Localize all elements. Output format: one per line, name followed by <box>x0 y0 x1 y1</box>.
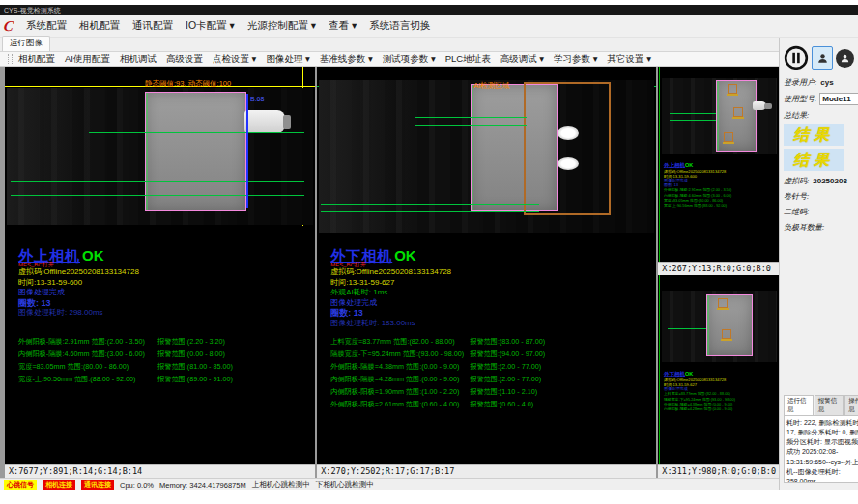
upper-camera-heartbeat-label: 上相机心跳检测中 <box>252 480 310 490</box>
pause-button[interactable] <box>784 45 809 70</box>
alarm-range: 报警范围:(2.20 - 3.20) <box>157 337 225 347</box>
tool-ai-config[interactable]: AI使用配置 <box>65 53 110 66</box>
menu-view[interactable]: 查看 ▾ <box>329 19 357 33</box>
log-tab-operation-info[interactable]: 操作信息 <box>844 395 858 415</box>
winding-pin-row: 卷针号: <box>784 191 858 202</box>
window-title: CYS-视觉检测系统 <box>4 7 61 14</box>
tool-image-processing[interactable]: 图像处理 ▾ <box>266 53 309 66</box>
menu-light-config[interactable]: 光源控制配置 ▾ <box>247 19 316 33</box>
control-panel: 登录用户: cys 使用型号: Mode11 总结果: 结果 结果 虚拟码: 2… <box>779 38 858 490</box>
app-logo-icon: C <box>3 19 14 34</box>
alarm-range: 报警范围:(89.00 - 91.00) <box>157 375 233 384</box>
log-text: 耗时: 222, 删除检测耗时: 17, 删除分系耗时: 0, 删除视频分区耗时… <box>786 419 858 483</box>
threshold-overlay-label: 静态阈值:93, 动态阈值:100 <box>145 79 231 89</box>
virtual-code-label: 虚拟码: <box>784 176 809 186</box>
pixel-coords-readout-thumb-bottom: X:311;Y:980;R:0;G:0;B:0 <box>658 464 779 478</box>
neg-tab-count-label: 负极耳数量: <box>784 222 824 233</box>
alarm-range: 报警范围:(83.00 - 87.00) <box>470 337 545 347</box>
tool-camera-debug[interactable]: 相机调试 <box>120 53 157 66</box>
menu-io-config[interactable]: IO卡配置 ▾ <box>186 19 235 33</box>
camera-image-middle: AI检测区域 <box>319 80 654 233</box>
baseline-green-4 <box>321 211 539 212</box>
baseline-green-3 <box>321 204 539 205</box>
thumb-result-text: 外上相机OK 虚拟码:Offline20250208133134728 时间:1… <box>664 161 779 208</box>
result-block-middle: 外下相机OK MES_BC打开 虚拟码:Offline2025020813313… <box>330 248 654 328</box>
lower-camera-heartbeat-label: 下相机心跳检测中 <box>316 480 374 490</box>
camera-connection-badge: 相机连接 <box>43 480 75 490</box>
current-user-button[interactable] <box>812 46 833 70</box>
tab-connector <box>753 101 766 110</box>
camera-view-upper-outer[interactable]: B:68 静态阈值:93, 动态阈值:100 外上相机OK MES_BC打开 虚… <box>5 67 315 464</box>
result-ok-badge: OK <box>685 371 693 377</box>
log-output-box[interactable]: 耗时: 222, 删除检测耗时: 17, 删除分系耗时: 0, 删除视频分区耗时… <box>784 415 858 483</box>
measurement-row: 外侧阳极-隔膜:2.91mm 范围:(2.00 - 3.50)报警范围:(2.2… <box>18 337 313 350</box>
baseline-green <box>670 120 716 121</box>
tool-baseline-params[interactable]: 基准线参数 ▾ <box>320 53 373 66</box>
memory-usage-label: Memory: 3424.41796875M <box>159 481 246 490</box>
log-tab-alarm-info[interactable]: 报警信息 <box>815 395 844 415</box>
result-indicator-lower: 结果 <box>784 149 844 171</box>
tool-spot-check[interactable]: 点检设置 ▾ <box>213 53 256 66</box>
camera-view-lower-outer[interactable]: AI检测区域 外下相机OK MES_BC打开 虚拟码:Offline202502… <box>317 67 656 464</box>
thumb-result-text: 外下相机OK 虚拟码:Offline20250208133134728 时间:1… <box>664 370 779 411</box>
user-icon <box>816 52 829 65</box>
measure-line-blue <box>246 94 248 208</box>
measurement-value: 外侧阴极-阳极=2.61mm 范围:(0.60 - 4.00) <box>330 400 459 409</box>
baseline-green <box>668 322 706 322</box>
ai-box <box>724 132 733 142</box>
winding-pin-label: 卷针号: <box>784 191 809 202</box>
camera-panel-upper-outer: B:68 静态阈值:93, 动态阈值:100 外上相机OK MES_BC打开 虚… <box>5 67 315 478</box>
login-user-label: 登录用户: <box>784 77 816 88</box>
measurement-value: 内侧阴极-阳极=1.90mm 范围:(1.00 - 2.20) <box>330 387 459 397</box>
alarm-range: 报警范围:(2.00 - 77.00) <box>470 362 541 372</box>
alarm-range: 报警范围:(1.10 - 2.10) <box>470 387 537 397</box>
menu-camera-config[interactable]: 相机配置 <box>79 19 120 33</box>
measurement-value: 隔膜宽度-下=95.24mm 范围:(93.00 - 98.00) <box>330 350 464 359</box>
tool-advanced-settings[interactable]: 高级设置 <box>166 53 203 66</box>
alarm-range: 报警范围:(0.60 - 4.0) <box>470 400 533 409</box>
left-column: 运行图像 相机配置 AI使用配置 相机调试 高级设置 点检设置 ▾ 图像处理 ▾… <box>0 38 779 490</box>
log-tabs: 运行信息 报警信息 操作信息 <box>784 395 858 415</box>
virtual-code-line: 虚拟码:Offline20250208133134728 <box>330 267 654 278</box>
log-tab-run-info[interactable]: 运行信息 <box>784 395 814 415</box>
time-line: 时间:13-31-59-627 <box>330 278 654 289</box>
virtual-code-row: 虚拟码: 20250208 <box>784 176 858 186</box>
menu-comm-config[interactable]: 通讯配置 <box>132 19 173 33</box>
cell-slab-roi <box>706 294 753 356</box>
tool-other-settings[interactable]: 其它设置 ▾ <box>608 53 651 66</box>
result-ok-badge: OK <box>82 247 104 264</box>
measurement-row: 宽度=83.05mm 范围:(80.00 - 86.00)报警范围:(81.00… <box>18 362 313 375</box>
measurement-row: 隔膜宽度-下=95.24mm 范围:(93.00 - 98.00)报警范围:(9… <box>330 350 654 362</box>
tool-test-params[interactable]: 测试项参数 ▾ <box>383 53 436 66</box>
pause-icon <box>784 45 809 70</box>
blue-marker-label: B:68 <box>250 96 264 102</box>
heartbeat-status-badge: 心跳信号 <box>4 480 37 490</box>
tab-row: 运行图像 <box>0 38 779 52</box>
time-line: 时间:13-31-59-600 <box>18 278 313 289</box>
thumbnail-lower-camera[interactable]: 外下相机OK 虚拟码:Offline20250208133134728 时间:1… <box>658 275 779 464</box>
process-done-line: 图像处理完成 <box>330 298 654 309</box>
qr-code-label: 二维码: <box>784 207 809 217</box>
thumbnail-upper-camera[interactable]: 外上相机OK 虚拟码:Offline20250208133134728 时间:1… <box>658 67 779 262</box>
measurement-row: 宽度-上:90.56mm 范围:(88.00 - 92.00)报警范围:(89.… <box>18 375 313 387</box>
tool-advanced-debug[interactable]: 高级调试 ▾ <box>500 53 544 66</box>
baseline-green-2 <box>11 181 304 182</box>
user-icon <box>840 53 850 64</box>
ai-box <box>722 329 731 339</box>
work-area: 运行图像 相机配置 AI使用配置 相机调试 高级设置 点检设置 ▾ 图像处理 ▾… <box>0 38 858 490</box>
tool-plc-address[interactable]: PLC地址表 <box>445 53 491 66</box>
tab-run-image[interactable]: 运行图像 <box>2 36 50 51</box>
switch-user-button[interactable] <box>836 49 854 68</box>
tool-camera-config[interactable]: 相机配置 <box>18 53 55 66</box>
model-value-field[interactable]: Mode11 <box>819 93 858 105</box>
total-result-row: 总结果: <box>784 110 858 121</box>
measurement-list-middle: 上料宽度=83.77mm 范围:(82.00 - 88.00)报警范围:(83.… <box>330 337 654 412</box>
turn-count-line: 圈数: 13 <box>330 308 654 319</box>
result-ok-badge: OK <box>394 247 416 264</box>
camera-panel-lower-outer: AI检测区域 外下相机OK MES_BC打开 虚拟码:Offline202502… <box>317 67 656 478</box>
alarm-range: 报警范围:(0.00 - 8.00) <box>157 350 225 359</box>
menu-language-switch[interactable]: 系统语言切换 <box>369 19 430 33</box>
process-done-line: 图像处理完成 <box>18 288 313 298</box>
menu-system-config[interactable]: 系统配置 <box>26 19 67 33</box>
tool-learning-params[interactable]: 学习参数 ▾ <box>554 53 597 66</box>
